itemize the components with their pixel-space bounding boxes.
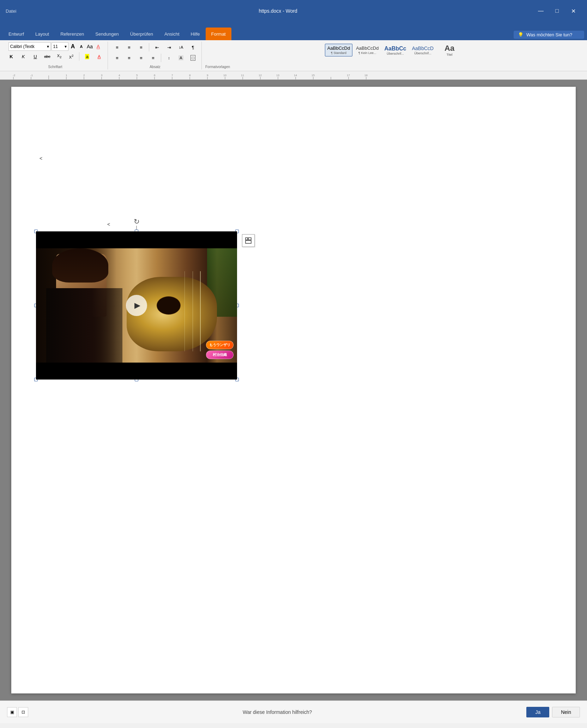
clear-format-icon: A bbox=[97, 44, 100, 49]
para-row-2: ≡ ≡ ≡ ≡ ↕ A □ bbox=[111, 53, 199, 63]
jp-badge-line2: 村治佳織 bbox=[206, 351, 234, 359]
paragraph-section-label: Absatz bbox=[150, 63, 161, 69]
style-h2[interactable]: AaBbCcD Überschrif... bbox=[410, 44, 436, 56]
underline-button[interactable]: U bbox=[30, 51, 41, 61]
feedback-buttons: Ja Nein bbox=[526, 707, 580, 717]
line-spacing-button[interactable]: ↕ bbox=[163, 53, 175, 63]
font-row-2: K K U abc X2 X2 a A bbox=[6, 51, 105, 61]
tab-ueberpruefen[interactable]: Überprüfen bbox=[125, 28, 159, 40]
bold-icon: K bbox=[10, 54, 13, 59]
numbering-button[interactable]: ≡ bbox=[123, 42, 135, 52]
tab-layout[interactable]: Layout bbox=[30, 28, 55, 40]
tab-sendungen[interactable]: Sendungen bbox=[90, 28, 125, 40]
ribbon-search-box[interactable]: 💡 Was möchten Sie tun? bbox=[514, 31, 584, 39]
subscript-button[interactable]: X2 bbox=[54, 51, 65, 61]
pilcrow-icon: ¶ bbox=[192, 45, 194, 50]
jp-badge-line1: もうウンザリ bbox=[206, 341, 234, 349]
normal-view-button[interactable]: ▣ bbox=[7, 707, 17, 717]
align-left-button[interactable]: ≡ bbox=[111, 53, 123, 63]
line-spacing-icon: ↕ bbox=[168, 56, 170, 60]
svg-rect-40 bbox=[246, 238, 248, 240]
bold-button[interactable]: K bbox=[6, 51, 17, 61]
svg-text:7: 7 bbox=[171, 74, 173, 77]
style-title-label: Titel bbox=[447, 53, 453, 56]
increase-indent-button[interactable]: ⇥ bbox=[163, 42, 175, 52]
sort-button[interactable]: ↕A bbox=[175, 42, 187, 52]
video-thumbnail-large[interactable]: もうウンザリ 村治佳織 bbox=[36, 231, 237, 380]
file-menu[interactable]: Datei bbox=[6, 8, 16, 14]
grow-font-button[interactable]: A bbox=[69, 43, 77, 50]
text-highlight-button[interactable]: a bbox=[81, 51, 93, 61]
style-standard[interactable]: AaBbCcDd ¶ Standard bbox=[325, 44, 352, 56]
italic-button[interactable]: K bbox=[18, 51, 29, 61]
multilevel-button[interactable]: ≡ bbox=[135, 42, 147, 52]
ruler: -2 -1 1 2 3 4 5 6 7 8 9 10 11 bbox=[0, 71, 587, 80]
search-text: Was möchten Sie tun? bbox=[526, 32, 572, 37]
ribbon-tab-bar: Entwurf Layout Referenzen Sendungen Über… bbox=[0, 22, 587, 40]
maximize-button[interactable]: □ bbox=[549, 5, 565, 17]
style-standard-label: ¶ Standard bbox=[331, 51, 346, 55]
svg-text:-1: -1 bbox=[30, 74, 33, 77]
pilcrow-button[interactable]: ¶ bbox=[187, 42, 199, 52]
justify-icon: ≡ bbox=[152, 55, 155, 61]
tab-referenzen[interactable]: Referenzen bbox=[55, 28, 90, 40]
lightbulb-icon: 💡 bbox=[518, 32, 524, 37]
font-color-button[interactable]: A bbox=[93, 51, 105, 61]
style-no-space[interactable]: AaBbCcDd ¶ Kein Lee... bbox=[354, 44, 381, 56]
read-view-button[interactable]: ⊡ bbox=[18, 707, 28, 717]
align-left-icon: ≡ bbox=[116, 55, 119, 61]
superscript-button[interactable]: X2 bbox=[66, 51, 77, 61]
style-gallery: AaBbCcDd ¶ Standard AaBbCcDd ¶ Kein Lee.… bbox=[325, 42, 462, 58]
multilevel-icon: ≡ bbox=[140, 45, 143, 50]
para-row-1: ≡ ≡ ≡ ⇤ ⇥ ↕A ¶ bbox=[111, 42, 199, 52]
decrease-indent-button[interactable]: ⇤ bbox=[151, 42, 163, 52]
text-highlight-icon: a bbox=[85, 54, 89, 59]
svg-text:5: 5 bbox=[136, 74, 138, 77]
styles-section: AaBbCcDd ¶ Standard AaBbCcDd ¶ Kein Lee.… bbox=[202, 42, 584, 69]
svg-text:18: 18 bbox=[364, 74, 368, 77]
style-title-preview: Aa bbox=[444, 44, 454, 53]
tab-entwurf[interactable]: Entwurf bbox=[3, 28, 30, 40]
clear-format-button[interactable]: A bbox=[95, 43, 102, 50]
justify-button[interactable]: ≡ bbox=[147, 53, 159, 63]
svg-text:4: 4 bbox=[119, 74, 120, 77]
shrink-font-button[interactable]: A bbox=[78, 43, 85, 50]
feedback-yes-button[interactable]: Ja bbox=[526, 707, 549, 717]
bullets-button[interactable]: ≡ bbox=[111, 42, 123, 52]
strikethrough-button[interactable]: abc bbox=[42, 51, 53, 61]
svg-text:13: 13 bbox=[276, 74, 279, 77]
tab-format[interactable]: Format bbox=[206, 28, 231, 40]
play-button-large[interactable] bbox=[126, 295, 147, 316]
tab-ansicht[interactable]: Ansicht bbox=[159, 28, 185, 40]
title-bar: Datei https.docx - Word — □ ✕ bbox=[0, 0, 587, 22]
align-center-button[interactable]: ≡ bbox=[123, 53, 135, 63]
svg-text:9: 9 bbox=[207, 74, 208, 77]
window-controls: — □ ✕ bbox=[533, 5, 581, 17]
bullets-icon: ≡ bbox=[116, 45, 119, 50]
styles-section-label: Formatvorlagen bbox=[205, 63, 230, 69]
shading-button[interactable]: A bbox=[175, 53, 187, 63]
change-case-button[interactable]: Aa bbox=[86, 43, 94, 50]
style-h2-label: Überschrif... bbox=[414, 51, 431, 55]
style-h1-label: Überschrif... bbox=[387, 52, 404, 55]
document-page: < ▶ もうウン bbox=[11, 87, 576, 693]
font-size-dropdown[interactable]: 11 ▾ bbox=[52, 42, 68, 51]
read-view-icon: ⊡ bbox=[22, 710, 25, 715]
feedback-no-button[interactable]: Nein bbox=[552, 707, 580, 717]
close-button[interactable]: ✕ bbox=[565, 5, 581, 17]
style-h1[interactable]: AaBbCc Überschrif... bbox=[382, 44, 408, 57]
font-name-dropdown[interactable]: Calibri (Textk ▾ bbox=[8, 42, 51, 51]
layout-options-button[interactable] bbox=[242, 234, 255, 247]
border-button[interactable]: □ bbox=[187, 53, 199, 63]
decrease-indent-icon: ⇤ bbox=[155, 45, 159, 50]
style-standard-preview: AaBbCcDd bbox=[327, 46, 350, 51]
tab-hilfe[interactable]: Hilfe bbox=[185, 28, 206, 40]
align-right-button[interactable]: ≡ bbox=[135, 53, 147, 63]
minimize-button[interactable]: — bbox=[533, 5, 549, 17]
style-title[interactable]: Aa Titel bbox=[437, 42, 462, 58]
status-bar: ▣ ⊡ War diese Information hilfreich? Ja … bbox=[0, 700, 587, 723]
svg-text:15: 15 bbox=[311, 74, 315, 77]
font-section: Calibri (Textk ▾ 11 ▾ A A Aa A K bbox=[3, 42, 108, 69]
view-buttons: ▣ ⊡ bbox=[7, 707, 28, 717]
increase-indent-icon: ⇥ bbox=[167, 45, 171, 50]
